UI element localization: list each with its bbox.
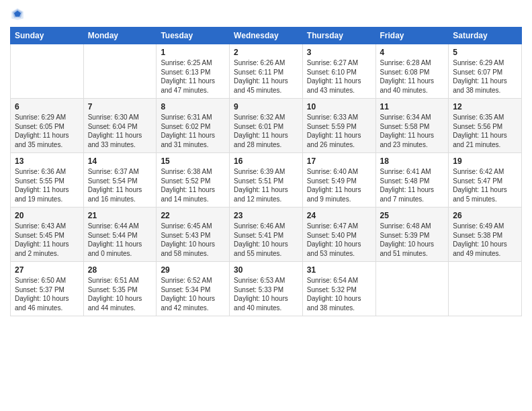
day-cell: 9Sunrise: 6:32 AM Sunset: 6:01 PM Daylig… — [230, 99, 303, 153]
day-number: 29 — [161, 265, 225, 275]
day-cell: 1Sunrise: 6:25 AM Sunset: 6:13 PM Daylig… — [157, 44, 230, 99]
day-number: 5 — [453, 48, 517, 57]
day-info: Sunrise: 6:38 AM Sunset: 5:52 PM Dayligh… — [161, 167, 225, 203]
day-info: Sunrise: 6:50 AM Sunset: 5:37 PM Dayligh… — [15, 276, 79, 312]
day-info: Sunrise: 6:28 AM Sunset: 6:08 PM Dayligh… — [380, 58, 445, 95]
day-number: 23 — [234, 211, 298, 220]
logo-icon — [10, 7, 25, 21]
day-cell: 20Sunrise: 6:43 AM Sunset: 5:45 PM Dayli… — [11, 208, 84, 262]
week-row-5: 27Sunrise: 6:50 AM Sunset: 5:37 PM Dayli… — [11, 262, 522, 316]
logo-text — [10, 7, 29, 21]
day-number: 7 — [88, 102, 152, 111]
day-number: 11 — [380, 102, 445, 111]
day-number: 22 — [161, 211, 225, 220]
day-cell: 10Sunrise: 6:33 AM Sunset: 5:59 PM Dayli… — [302, 99, 375, 153]
day-info: Sunrise: 6:42 AM Sunset: 5:47 PM Dayligh… — [453, 167, 517, 203]
week-row-3: 13Sunrise: 6:36 AM Sunset: 5:55 PM Dayli… — [11, 153, 522, 208]
day-cell: 28Sunrise: 6:51 AM Sunset: 5:35 PM Dayli… — [83, 262, 157, 316]
day-cell — [449, 262, 522, 316]
day-cell: 6Sunrise: 6:29 AM Sunset: 6:05 PM Daylig… — [11, 99, 84, 153]
day-number: 24 — [307, 211, 371, 220]
day-number: 20 — [15, 211, 79, 220]
day-number: 16 — [234, 156, 298, 166]
day-cell — [83, 44, 157, 99]
day-number: 19 — [453, 156, 517, 166]
day-cell — [11, 44, 84, 99]
day-number: 6 — [15, 102, 79, 111]
day-info: Sunrise: 6:30 AM Sunset: 6:04 PM Dayligh… — [88, 113, 152, 149]
day-info: Sunrise: 6:41 AM Sunset: 5:48 PM Dayligh… — [380, 167, 445, 203]
day-cell: 16Sunrise: 6:39 AM Sunset: 5:51 PM Dayli… — [230, 153, 303, 208]
day-info: Sunrise: 6:53 AM Sunset: 5:33 PM Dayligh… — [234, 276, 298, 312]
day-number: 14 — [88, 156, 152, 166]
day-info: Sunrise: 6:51 AM Sunset: 5:35 PM Dayligh… — [88, 276, 152, 312]
header-cell-thursday: Thursday — [302, 28, 375, 44]
header-row: SundayMondayTuesdayWednesdayThursdayFrid… — [11, 28, 522, 44]
day-number: 8 — [161, 102, 225, 111]
day-number: 3 — [307, 48, 371, 57]
day-info: Sunrise: 6:43 AM Sunset: 5:45 PM Dayligh… — [15, 222, 79, 258]
day-cell: 5Sunrise: 6:29 AM Sunset: 6:07 PM Daylig… — [449, 44, 522, 99]
day-info: Sunrise: 6:31 AM Sunset: 6:02 PM Dayligh… — [161, 113, 225, 149]
day-number: 9 — [234, 102, 298, 111]
day-info: Sunrise: 6:36 AM Sunset: 5:55 PM Dayligh… — [15, 167, 79, 203]
day-cell: 31Sunrise: 6:54 AM Sunset: 5:32 PM Dayli… — [302, 262, 375, 316]
day-info: Sunrise: 6:48 AM Sunset: 5:39 PM Dayligh… — [380, 222, 445, 258]
day-info: Sunrise: 6:40 AM Sunset: 5:49 PM Dayligh… — [307, 167, 371, 203]
day-info: Sunrise: 6:39 AM Sunset: 5:51 PM Dayligh… — [234, 167, 298, 203]
day-number: 13 — [15, 156, 79, 166]
logo — [10, 7, 29, 21]
day-cell — [375, 262, 449, 316]
day-number: 4 — [380, 48, 445, 57]
day-info: Sunrise: 6:34 AM Sunset: 5:58 PM Dayligh… — [380, 113, 445, 149]
week-row-2: 6Sunrise: 6:29 AM Sunset: 6:05 PM Daylig… — [11, 99, 522, 153]
day-cell: 2Sunrise: 6:26 AM Sunset: 6:11 PM Daylig… — [230, 44, 303, 99]
day-info: Sunrise: 6:33 AM Sunset: 5:59 PM Dayligh… — [307, 113, 371, 149]
day-info: Sunrise: 6:25 AM Sunset: 6:13 PM Dayligh… — [161, 58, 225, 95]
day-cell: 4Sunrise: 6:28 AM Sunset: 6:08 PM Daylig… — [375, 44, 449, 99]
day-cell: 23Sunrise: 6:46 AM Sunset: 5:41 PM Dayli… — [230, 208, 303, 262]
day-number: 27 — [15, 265, 79, 275]
day-info: Sunrise: 6:32 AM Sunset: 6:01 PM Dayligh… — [234, 113, 298, 149]
day-number: 15 — [161, 156, 225, 166]
day-info: Sunrise: 6:29 AM Sunset: 6:05 PM Dayligh… — [15, 113, 79, 149]
day-info: Sunrise: 6:46 AM Sunset: 5:41 PM Dayligh… — [234, 222, 298, 258]
header-cell-monday: Monday — [83, 28, 157, 44]
day-cell: 12Sunrise: 6:35 AM Sunset: 5:56 PM Dayli… — [449, 99, 522, 153]
day-info: Sunrise: 6:44 AM Sunset: 5:44 PM Dayligh… — [88, 222, 152, 258]
day-info: Sunrise: 6:45 AM Sunset: 5:43 PM Dayligh… — [161, 222, 225, 258]
day-cell: 17Sunrise: 6:40 AM Sunset: 5:49 PM Dayli… — [302, 153, 375, 208]
day-number: 10 — [307, 102, 371, 111]
day-info: Sunrise: 6:52 AM Sunset: 5:34 PM Dayligh… — [161, 276, 225, 312]
day-number: 21 — [88, 211, 152, 220]
day-cell: 15Sunrise: 6:38 AM Sunset: 5:52 PM Dayli… — [157, 153, 230, 208]
calendar-table: SundayMondayTuesdayWednesdayThursdayFrid… — [10, 27, 522, 316]
day-cell: 30Sunrise: 6:53 AM Sunset: 5:33 PM Dayli… — [230, 262, 303, 316]
day-cell: 11Sunrise: 6:34 AM Sunset: 5:58 PM Dayli… — [375, 99, 449, 153]
day-number: 30 — [234, 265, 298, 275]
page: SundayMondayTuesdayWednesdayThursdayFrid… — [0, 0, 532, 411]
day-number: 26 — [453, 211, 517, 220]
day-cell: 26Sunrise: 6:49 AM Sunset: 5:38 PM Dayli… — [449, 208, 522, 262]
day-number: 1 — [161, 48, 225, 57]
day-info: Sunrise: 6:35 AM Sunset: 5:56 PM Dayligh… — [453, 113, 517, 149]
day-number: 31 — [307, 265, 371, 275]
day-cell: 14Sunrise: 6:37 AM Sunset: 5:54 PM Dayli… — [83, 153, 157, 208]
day-number: 17 — [307, 156, 371, 166]
day-info: Sunrise: 6:29 AM Sunset: 6:07 PM Dayligh… — [453, 58, 517, 95]
day-cell: 18Sunrise: 6:41 AM Sunset: 5:48 PM Dayli… — [375, 153, 449, 208]
day-cell: 3Sunrise: 6:27 AM Sunset: 6:10 PM Daylig… — [302, 44, 375, 99]
week-row-1: 1Sunrise: 6:25 AM Sunset: 6:13 PM Daylig… — [11, 44, 522, 99]
day-info: Sunrise: 6:49 AM Sunset: 5:38 PM Dayligh… — [453, 222, 517, 258]
day-cell: 21Sunrise: 6:44 AM Sunset: 5:44 PM Dayli… — [83, 208, 157, 262]
day-number: 2 — [234, 48, 298, 57]
day-number: 25 — [380, 211, 445, 220]
day-number: 12 — [453, 102, 517, 111]
day-info: Sunrise: 6:26 AM Sunset: 6:11 PM Dayligh… — [234, 58, 298, 95]
day-info: Sunrise: 6:27 AM Sunset: 6:10 PM Dayligh… — [307, 58, 371, 95]
day-info: Sunrise: 6:47 AM Sunset: 5:40 PM Dayligh… — [307, 222, 371, 258]
day-cell: 7Sunrise: 6:30 AM Sunset: 6:04 PM Daylig… — [83, 99, 157, 153]
day-cell: 19Sunrise: 6:42 AM Sunset: 5:47 PM Dayli… — [449, 153, 522, 208]
day-cell: 22Sunrise: 6:45 AM Sunset: 5:43 PM Dayli… — [157, 208, 230, 262]
header-cell-friday: Friday — [375, 28, 449, 44]
